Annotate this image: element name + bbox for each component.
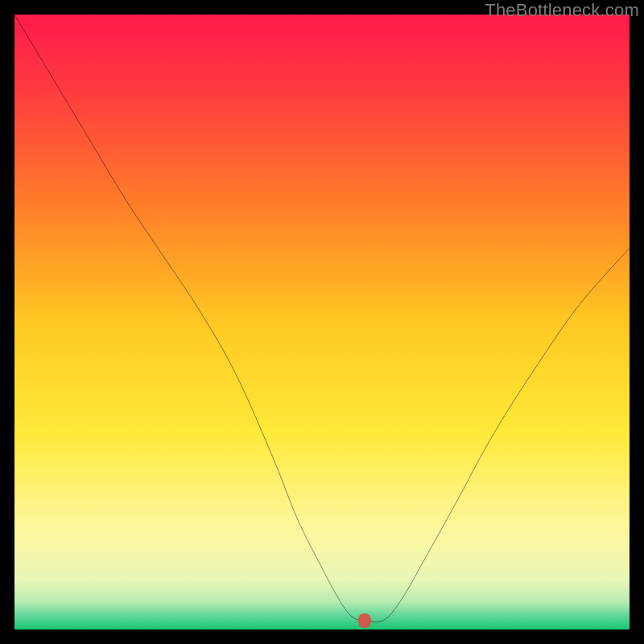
bottleneck-curve — [14, 14, 630, 630]
watermark-text: TheBottleneck.com — [485, 0, 639, 21]
chart-frame: TheBottleneck.com — [0, 0, 644, 644]
optimal-point-marker — [358, 613, 371, 628]
plot-area — [14, 14, 630, 630]
